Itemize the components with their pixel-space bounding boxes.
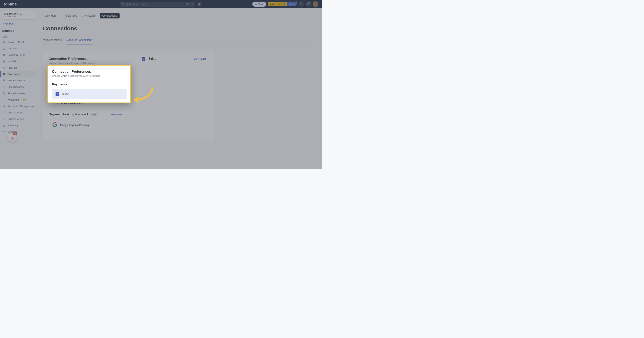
- nav-label: Custom Values: [8, 118, 24, 120]
- spotlight-payments-title: Payments: [52, 83, 126, 86]
- updates-label: dates: [289, 3, 294, 6]
- chevron-down-icon: [30, 14, 33, 17]
- svg-rect-5: [3, 73, 5, 75]
- go-back-link[interactable]: Go Back: [0, 21, 37, 26]
- nav-label: Calendars: [8, 73, 19, 76]
- pencil-icon: [3, 111, 6, 114]
- user-icon: [3, 47, 6, 50]
- brand-logo[interactable]: topline: [4, 2, 17, 7]
- learn-more-link[interactable]: Learn more: [110, 113, 123, 116]
- phone-button[interactable]: [298, 1, 304, 7]
- svg-rect-1: [3, 42, 5, 43]
- nav-label: Email Services: [8, 86, 24, 88]
- sidebar-item-phone-numbers[interactable]: Phone Numbers: [0, 90, 37, 97]
- sidebar-item-whatsapp[interactable]: WhatsAppbeta: [0, 97, 37, 103]
- search-placeholder: Quick search here: [126, 3, 146, 6]
- svg-point-7: [3, 99, 5, 101]
- google-icon: [52, 122, 58, 128]
- nav-label: Business Profile: [8, 41, 25, 44]
- help-fab[interactable]: g. 35: [8, 133, 16, 142]
- svg-rect-4: [3, 61, 5, 62]
- sidebar-item-calendars[interactable]: Calendars: [0, 71, 37, 78]
- sidebar-group-label: Apps: [0, 34, 37, 39]
- svg-point-0: [122, 3, 124, 5]
- nav-label: Custom Fields: [8, 111, 23, 114]
- spotlight-stripe-item[interactable]: S Stripe: [52, 89, 126, 99]
- mail-icon: [3, 86, 6, 89]
- bolt-icon: ⚡: [198, 3, 201, 6]
- tab-connections[interactable]: Connections: [100, 13, 120, 19]
- card-subtitle: Choose which accounts you wish to connec…: [48, 62, 96, 65]
- sidebar-item-business-profile[interactable]: Business Profile: [0, 39, 37, 45]
- stripe-label: Stripe: [148, 57, 156, 61]
- calendar-icon: [3, 73, 6, 76]
- account-switcher[interactable]: Dunder Mifflin [D... Scranton, PA: [2, 11, 35, 20]
- help-fab-icon: g.: [11, 135, 14, 140]
- sidebar-item-my-profile[interactable]: My Profile: [0, 45, 37, 52]
- phone-icon: [3, 92, 6, 95]
- beta-badge: beta: [22, 99, 27, 101]
- svg-rect-9: [3, 131, 5, 133]
- search-shortcut: Ctrl + K: [186, 3, 194, 6]
- sidebar-item-company-billing[interactable]: Company Billing: [0, 52, 37, 58]
- sidebar-item-domains[interactable]: Domains: [0, 129, 37, 135]
- go-back-label: Go Back: [5, 22, 15, 25]
- quick-actions-button[interactable]: ⚡: [197, 2, 202, 7]
- whats-new-button[interactable]: What': [252, 2, 266, 7]
- tab-preferences[interactable]: Preferences: [60, 13, 80, 19]
- search-input[interactable]: Quick search here Ctrl + K: [120, 2, 196, 7]
- sidebar-item-custom-values[interactable]: Custom Values: [0, 116, 37, 122]
- tab-availability[interactable]: Availability: [81, 13, 98, 19]
- google-organic-booking-item[interactable]: Google Organic Booking: [48, 119, 123, 131]
- subtab-account-connections[interactable]: Account Connections: [67, 39, 92, 45]
- help-fab-count: 35: [13, 132, 17, 135]
- avatar[interactable]: [312, 1, 318, 7]
- notifications-button[interactable]: [306, 1, 311, 7]
- chat-bubble-icon: [254, 3, 257, 6]
- sidebar-item-reputation-management[interactable]: Reputation Management: [0, 103, 37, 110]
- sidebar-item-scoring[interactable]: e Scoring: [0, 122, 37, 129]
- nav-label: e Scoring: [8, 124, 18, 127]
- laptop-icon: [3, 60, 6, 63]
- bell-dot-icon: [309, 2, 310, 3]
- chevron-left-icon: [2, 22, 4, 25]
- tab-calendars[interactable]: Calendars: [42, 13, 59, 19]
- nav-label: WhatsApp: [8, 98, 19, 101]
- nav-label: Pipelines: [8, 66, 18, 69]
- tutorial-spotlight: Connection Preferences Choose which acco…: [48, 65, 131, 103]
- nav-label: My Profile: [8, 47, 18, 50]
- sidebar-item-custom-fields[interactable]: Custom Fields: [0, 110, 37, 116]
- chart-icon: [3, 124, 6, 127]
- whats-new-label: What': [258, 3, 264, 6]
- spotlight-subtitle: Choose which accounts you wish to connec…: [52, 74, 126, 77]
- sidebar-item-my-staff[interactable]: My Staff: [0, 58, 37, 65]
- google-organic-booking-label: Google Organic Booking: [60, 124, 89, 127]
- stripe-icon: S: [142, 57, 145, 61]
- stripe-icon: S: [56, 92, 59, 96]
- card-icon: [3, 54, 6, 57]
- subtab-my-connections[interactable]: My Connections: [43, 39, 62, 44]
- briefcase-icon: [3, 41, 6, 44]
- search-icon: [122, 3, 124, 6]
- spotlight-stripe-label: Stripe: [62, 93, 69, 96]
- connect-button[interactable]: CONNECT: [194, 58, 206, 60]
- nav-label: My Staff: [8, 60, 16, 63]
- chat-icon: [3, 79, 6, 82]
- sidebar-item-pipelines[interactable]: Pipelines: [0, 65, 37, 71]
- pie-icon: [3, 118, 6, 121]
- svg-rect-3: [3, 54, 5, 56]
- support-tooltip: topline Support: [268, 2, 287, 6]
- account-name: Dunder Mifflin [D...: [4, 13, 23, 15]
- whatsapp-icon: [3, 98, 6, 101]
- sidebar-item-email-services[interactable]: Email Services: [0, 84, 37, 90]
- nav-label: Reputation Management: [8, 105, 34, 108]
- spotlight-title: Connection Preferences: [52, 70, 126, 74]
- organic-section-title: Organic Booking Redirect: [48, 113, 88, 116]
- account-location: Scranton, PA: [4, 15, 23, 18]
- nav-label: Conversation AI: [8, 79, 25, 82]
- funnel-icon: [3, 66, 6, 69]
- sidebar-item-conversation-ai[interactable]: Conversation AI: [0, 78, 37, 84]
- page-title: Connections: [43, 25, 316, 32]
- nav-label: Company Billing: [8, 54, 25, 56]
- sidebar-section-title: Settings: [0, 28, 37, 34]
